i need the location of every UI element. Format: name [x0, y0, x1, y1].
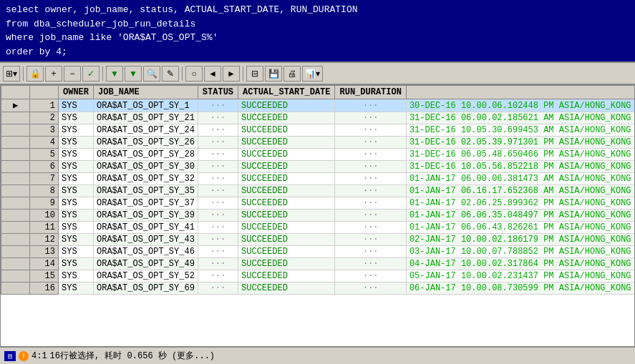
status-ellipsis: ···	[335, 234, 406, 246]
nav-right-button[interactable]: ►	[223, 66, 240, 82]
table-row[interactable]: 4SYSORA$AT_OS_OPT_SY_26···SUCCEEDED···31…	[1, 137, 636, 149]
row-number: 8	[30, 185, 59, 197]
status-cell: SUCCEEDED	[238, 149, 335, 161]
job-name-cell: ORA$AT_OS_OPT_SY_35	[94, 185, 198, 197]
table-row[interactable]: 2SYSORA$AT_OS_OPT_SY_21···SUCCEEDED···31…	[1, 112, 636, 124]
sql-line3: where job_name like 'ORA$AT_OS_OPT_S%'	[6, 31, 629, 45]
owner-cell: SYS	[59, 112, 94, 124]
status-header[interactable]: STATUS	[198, 86, 238, 99]
job-ellipsis: ···	[198, 234, 238, 246]
status-ellipsis: ···	[335, 197, 406, 210]
table-row[interactable]: 3SYSORA$AT_OS_OPT_SY_24···SUCCEEDED···31…	[1, 124, 636, 137]
row-arrow	[1, 222, 30, 234]
job-ellipsis: ···	[198, 258, 238, 270]
status-cell: SUCCEEDED	[238, 246, 335, 258]
status-ellipsis: ···	[335, 270, 406, 282]
filter-button[interactable]: ✎	[162, 66, 179, 82]
start-date-cell: 01-JAN-17 06.16.17.652368 AM ASIA/HONG_K…	[406, 185, 634, 197]
owner-cell: SYS	[59, 173, 94, 185]
table-row[interactable]: 10SYSORA$AT_OS_OPT_SY_39···SUCCEEDED···0…	[1, 210, 636, 222]
sort-desc-button[interactable]: ▼	[125, 66, 142, 82]
actual-start-date-header[interactable]: ACTUAL_START_DATE	[238, 86, 335, 99]
job-ellipsis: ···	[198, 161, 238, 173]
owner-cell: SYS	[59, 282, 94, 295]
grid-button[interactable]: ⊞▾	[3, 66, 20, 82]
row-number: 14	[30, 258, 59, 270]
start-date-cell: 02-JAN-17 10.00.02.186179 PM ASIA/HONG_K…	[406, 234, 634, 246]
status-ellipsis: ···	[335, 124, 406, 137]
job-name-cell: ORA$AT_OS_OPT_SY_46	[94, 246, 198, 258]
row-number: 13	[30, 246, 59, 258]
chart-dropdown[interactable]: 📊▾	[302, 66, 323, 82]
table-row[interactable]: 7SYSORA$AT_OS_OPT_SY_32···SUCCEEDED···01…	[1, 173, 636, 185]
row-number: 7	[30, 173, 59, 185]
status-ellipsis: ···	[335, 246, 406, 258]
row-arrow	[1, 185, 30, 197]
table-row[interactable]: 15SYSORA$AT_OS_OPT_SY_52···SUCCEEDED···0…	[1, 270, 636, 282]
status-ellipsis: ···	[335, 282, 406, 295]
status-cell: SUCCEEDED	[238, 270, 335, 282]
job-name-header[interactable]: JOB_NAME	[94, 86, 198, 99]
sort-asc-button[interactable]: ▼	[106, 66, 123, 82]
table-row[interactable]: 12SYSORA$AT_OS_OPT_SY_43···SUCCEEDED···0…	[1, 234, 636, 246]
job-ellipsis: ···	[198, 185, 238, 197]
grid2-button[interactable]: ⊟	[246, 66, 263, 82]
owner-cell: SYS	[59, 210, 94, 222]
table-row[interactable]: 14SYSORA$AT_OS_OPT_SY_49···SUCCEEDED···0…	[1, 258, 636, 270]
job-name-cell: ORA$AT_OS_OPT_SY_49	[94, 258, 198, 270]
table-row[interactable]: 5SYSORA$AT_OS_OPT_SY_28···SUCCEEDED···31…	[1, 149, 636, 161]
separator4	[243, 67, 243, 81]
table-body: ▶1SYSORA$AT_OS_OPT_SY_1···SUCCEEDED···30…	[1, 99, 636, 295]
table-row[interactable]: 9SYSORA$AT_OS_OPT_SY_37···SUCCEEDED···01…	[1, 197, 636, 210]
row-arrow	[1, 173, 30, 185]
table-row[interactable]: 16SYSORA$AT_OS_OPT_SY_69···SUCCEEDED···0…	[1, 282, 636, 295]
sql-editor[interactable]: select owner, job_name, status, ACTUAL_S…	[0, 0, 635, 63]
save-button[interactable]: 💾	[265, 66, 282, 82]
start-date-cell: 01-JAN-17 06.06.43.826261 PM ASIA/HONG_K…	[406, 222, 634, 234]
job-ellipsis: ···	[198, 282, 238, 295]
table-row[interactable]: 11SYSORA$AT_OS_OPT_SY_41···SUCCEEDED···0…	[1, 222, 636, 234]
start-date-cell: 31-DEC-16 06.00.02.185621 AM ASIA/HONG_K…	[406, 112, 634, 124]
job-name-cell: ORA$AT_OS_OPT_SY_69	[94, 282, 198, 295]
lock-button[interactable]: 🔒	[26, 66, 44, 82]
extra-header	[406, 86, 634, 99]
table-row[interactable]: 6SYSORA$AT_OS_OPT_SY_30···SUCCEEDED···31…	[1, 161, 636, 173]
commit-button[interactable]: ✓	[82, 66, 100, 82]
separator2	[102, 67, 103, 81]
job-ellipsis: ···	[198, 197, 238, 210]
circle-button[interactable]: ○	[185, 66, 203, 82]
status-cell: SUCCEEDED	[238, 234, 335, 246]
add-row-button[interactable]: +	[45, 66, 62, 82]
status-box-icon: ▤	[4, 351, 16, 361]
job-ellipsis: ···	[198, 222, 238, 234]
status-ellipsis: ···	[335, 185, 406, 197]
row-number: 2	[30, 112, 59, 124]
run-duration-header[interactable]: RUN_DURATION	[335, 86, 406, 99]
search-button[interactable]: 🔍	[143, 66, 160, 82]
status-cell: SUCCEEDED	[238, 137, 335, 149]
job-name-cell: ORA$AT_OS_OPT_SY_43	[94, 234, 198, 246]
owner-cell: SYS	[59, 234, 94, 246]
job-ellipsis: ···	[198, 149, 238, 161]
results-grid[interactable]: OWNER JOB_NAME STATUS ACTUAL_START_DATE …	[0, 84, 635, 347]
table-row[interactable]: ▶1SYSORA$AT_OS_OPT_SY_1···SUCCEEDED···30…	[1, 99, 636, 112]
chart-button[interactable]: 📊▾	[302, 66, 323, 82]
print-button[interactable]: 🖨	[283, 66, 301, 82]
job-name-cell: ORA$AT_OS_OPT_SY_26	[94, 137, 198, 149]
nav-left-button[interactable]: ◄	[204, 66, 221, 82]
table-row[interactable]: 13SYSORA$AT_OS_OPT_SY_46···SUCCEEDED···0…	[1, 246, 636, 258]
job-ellipsis: ···	[198, 137, 238, 149]
row-arrow	[1, 124, 30, 137]
row-arrow	[1, 258, 30, 270]
job-ellipsis: ···	[198, 99, 238, 112]
job-ellipsis: ···	[198, 246, 238, 258]
delete-row-button[interactable]: −	[64, 66, 81, 82]
grid-dropdown[interactable]: ⊞▾	[3, 66, 20, 82]
table-row[interactable]: 8SYSORA$AT_OS_OPT_SY_35···SUCCEEDED···01…	[1, 185, 636, 197]
status-ellipsis: ···	[335, 222, 406, 234]
owner-header[interactable]: OWNER	[59, 86, 94, 99]
sql-line2: from dba_scheduler_job_run_details	[6, 17, 629, 31]
status-bar: ▤ ! 4:1 16行被选择, 耗时 0.656 秒 (更多...)	[0, 347, 635, 364]
status-ellipsis: ···	[335, 99, 406, 112]
owner-cell: SYS	[59, 258, 94, 270]
